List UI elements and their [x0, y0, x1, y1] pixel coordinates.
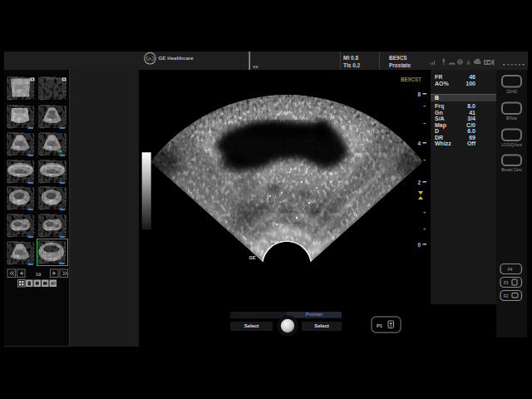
svg-text:Prostate: Prostate — [389, 62, 411, 68]
svg-text:TIs 0.2: TIs 0.2 — [343, 62, 361, 68]
svg-text:19: 19 — [36, 272, 42, 277]
svg-text:2D/4D: 2D/4D — [506, 90, 518, 94]
svg-text:LOGIQView: LOGIQView — [501, 143, 522, 147]
svg-text:MI 0.8: MI 0.8 — [343, 55, 358, 61]
svg-text:GE: GE — [249, 255, 256, 260]
svg-text:GE Healthcare: GE Healthcare — [159, 55, 195, 61]
svg-text:BE9CS: BE9CS — [389, 55, 407, 61]
svg-text:2: 2 — [417, 180, 421, 185]
svg-text:xx: xx — [253, 64, 259, 69]
svg-text:BE9CST: BE9CST — [401, 76, 421, 82]
svg-text:P1: P1 — [377, 323, 383, 328]
svg-text:F2: F2 — [504, 294, 509, 298]
svg-text:F3: F3 — [504, 281, 509, 285]
svg-text:BFlow: BFlow — [506, 116, 517, 121]
svg-text:0: 0 — [417, 242, 421, 248]
svg-text:Breast Care: Breast Care — [501, 168, 522, 172]
svg-text:4: 4 — [417, 140, 421, 146]
svg-text:8: 8 — [417, 91, 421, 97]
svg-text:F4: F4 — [508, 268, 513, 272]
